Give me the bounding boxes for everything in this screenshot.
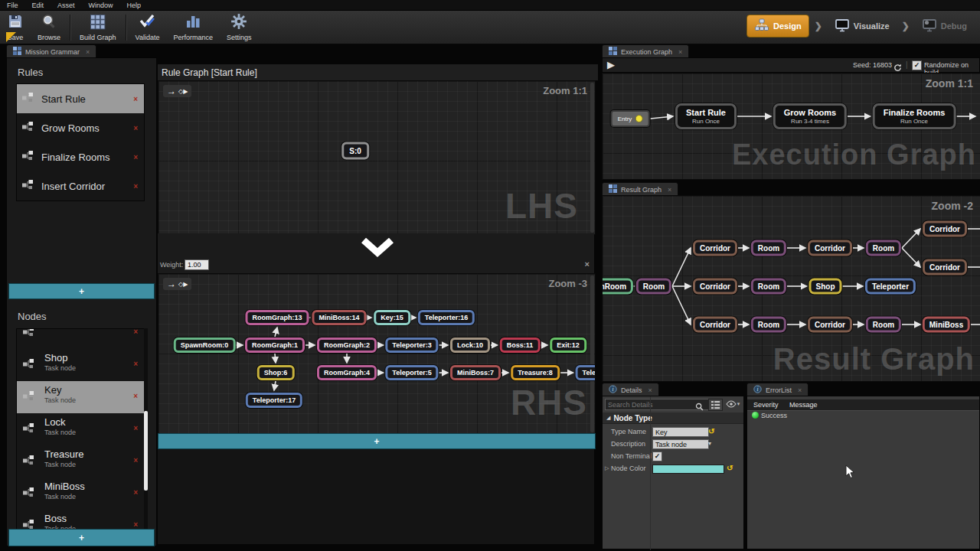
graph-node-corridor[interactable]: Corridor [808, 240, 852, 256]
delete-icon[interactable]: × [133, 520, 138, 529]
add-rule-button[interactable]: + [8, 283, 155, 299]
node-item-miniboss[interactable]: MiniBossTask node× [17, 478, 144, 510]
property-value-input[interactable] [652, 427, 709, 437]
graph-node-corridor[interactable]: Corridor [693, 240, 737, 256]
graph-node-room[interactable]: Room [751, 279, 786, 295]
graph-node-roomgraph-1[interactable]: RoomGraph:1 [245, 337, 305, 353]
toolbar-browse-button[interactable]: Browse [31, 11, 67, 44]
toolbar-performance-button[interactable]: Performance [166, 11, 220, 44]
menu-asset[interactable]: Asset [57, 2, 75, 9]
node-item-lock[interactable]: LockTask node× [17, 413, 144, 445]
node-item-key[interactable]: KeyTask node× [17, 381, 144, 413]
graph-node-teleporter-17[interactable]: Teleporter:17 [246, 393, 302, 408]
color-swatch[interactable] [652, 465, 724, 474]
delete-icon[interactable]: × [133, 360, 138, 368]
delete-icon[interactable]: × [133, 95, 138, 103]
column-severity[interactable]: Severity [753, 401, 779, 409]
close-icon[interactable]: × [86, 48, 90, 56]
add-node-button[interactable]: + [8, 529, 155, 546]
graph-node-spawnroom-0[interactable]: SpawnRoom:0 [174, 337, 236, 353]
close-icon[interactable]: × [668, 186, 671, 194]
graph-node-teleporter-3[interactable]: Teleporter:3 [385, 337, 438, 353]
graph-node-room[interactable]: Room [636, 279, 671, 295]
mode-design-button[interactable]: Design [746, 15, 809, 37]
graph-node-roomgraph-4[interactable]: RoomGraph:4 [317, 365, 377, 380]
randomize-checkbox[interactable]: ✓ [912, 60, 922, 70]
graph-node-room[interactable]: Room [866, 317, 901, 333]
property-value-input[interactable] [652, 439, 709, 449]
toolbar-validate-button[interactable]: Validate [129, 11, 167, 44]
node-type-section-header[interactable]: ◢ Node Type [603, 412, 743, 424]
graph-node-boss-11[interactable]: Boss:11 [500, 337, 541, 353]
delete-icon[interactable]: × [133, 488, 138, 497]
graph-node-wnroom[interactable]: wnRoom [602, 279, 633, 295]
add-rhs-button[interactable]: + [158, 433, 596, 449]
menu-file[interactable]: File [7, 2, 18, 9]
delete-icon[interactable]: × [133, 124, 138, 132]
nodes-scrollbar-thumb[interactable] [144, 411, 148, 491]
graph-node-corridor[interactable]: Corridor [923, 221, 967, 237]
graph-node-shop-6[interactable]: Shop:6 [257, 365, 295, 380]
graph-node-lock-10[interactable]: Lock:10 [450, 337, 490, 353]
graph-node-teleporter-5[interactable]: Teleporter:5 [385, 365, 438, 380]
graph-node-roomgraph-2[interactable]: RoomGraph:2 [317, 337, 377, 353]
node-item-shop[interactable]: ShopTask node× [17, 349, 144, 381]
close-icon[interactable]: × [678, 48, 682, 56]
graph-node-corridor[interactable]: Corridor [808, 317, 852, 333]
expander-icon[interactable]: ▷ [605, 465, 609, 471]
graph-node-key-15[interactable]: Key:15 [374, 310, 410, 325]
result-graph-canvas[interactable]: Zoom -2 Result Graph CorridorRoomCorrido… [602, 195, 980, 382]
node-item-partial[interactable]: Task node× [17, 328, 144, 349]
close-icon[interactable]: × [798, 386, 802, 394]
toolbar-build-graph-button[interactable]: Build Graph [73, 11, 123, 44]
graph-node-telep[interactable]: Telep [576, 365, 596, 380]
graph-node-exit-12[interactable]: Exit:12 [550, 337, 586, 353]
graph-node-room[interactable]: Room [751, 317, 786, 333]
rule-item-start-rule[interactable]: Start Rule× [17, 84, 144, 113]
graph-node-treasure-8[interactable]: Treasure:8 [511, 365, 560, 380]
mode-debug-button[interactable]: Debug [915, 16, 974, 36]
tab-result-graph[interactable]: Result Graph × [602, 182, 678, 196]
menu-help[interactable]: Help [127, 2, 142, 9]
property-checkbox[interactable]: ✓ [652, 452, 662, 461]
output-pin-icon[interactable] [635, 115, 642, 122]
menu-window[interactable]: Window [89, 2, 113, 9]
toolbar-settings-button[interactable]: Settings [220, 11, 259, 44]
rule-item-grow-rooms[interactable]: Grow Rooms× [17, 113, 144, 142]
list-view-button[interactable] [708, 399, 723, 411]
graph-node-room[interactable]: Room [751, 240, 786, 256]
tab-mission-grammar[interactable]: Mission Grammar × [6, 44, 96, 58]
graph-node-s-0[interactable]: S:0 [341, 142, 369, 160]
graph-node-corridor[interactable]: Corridor [693, 279, 737, 295]
delete-icon[interactable]: × [133, 424, 138, 432]
graph-node-corridor[interactable]: Corridor [693, 317, 737, 333]
graph-node-grow-rooms[interactable]: Grow RoomsRun 3-4 times [773, 103, 847, 129]
rhs-graph-canvas[interactable]: → ◇▶ Zoom -3 RHS RoomGraph:13MiniBoss:14… [158, 273, 596, 435]
column-message[interactable]: Message [789, 401, 818, 409]
rule-item-insert-corridor[interactable]: Insert Corridor× [17, 171, 144, 201]
graph-node-room[interactable]: Room [866, 240, 901, 256]
graph-node-shop[interactable]: Shop [809, 279, 842, 295]
delete-icon[interactable]: × [133, 153, 138, 161]
execution-graph-canvas[interactable]: Zoom 1:1 Execution Graph EntryStart Rule… [602, 73, 980, 180]
tab-errorlist[interactable]: i ErrorList × [746, 383, 808, 396]
graph-node-entry[interactable]: Entry [611, 110, 650, 127]
graph-node-miniboss-7[interactable]: MiniBoss:7 [450, 365, 501, 380]
reset-to-default-icon[interactable]: ↺ [708, 427, 714, 435]
node-item-treasure[interactable]: TreasureTask node× [17, 445, 144, 478]
delete-icon[interactable]: × [133, 392, 138, 400]
remove-rhs-icon[interactable]: × [585, 259, 590, 269]
graph-node-miniboss[interactable]: MiniBoss [923, 317, 970, 333]
tab-execution-graph[interactable]: Execution Graph × [602, 44, 689, 58]
node-item-boss[interactable]: BossTask node× [17, 510, 144, 530]
close-icon[interactable]: × [648, 386, 652, 394]
graph-node-finalize-rooms[interactable]: Finalize RoomsRun Once [873, 103, 956, 129]
reset-to-default-icon[interactable]: ↺ [727, 464, 733, 472]
graph-node-teleporter-16[interactable]: Teleporter:16 [418, 310, 475, 325]
rule-item-finalize-rooms[interactable]: Finalize Rooms× [17, 142, 144, 171]
lhs-graph-canvas[interactable]: → ◇▶ Zoom 1:1 LHS S:0 [158, 80, 596, 235]
menu-edit[interactable]: Edit [32, 2, 44, 9]
error-row[interactable]: Success [747, 410, 979, 421]
play-button[interactable]: ▶ [607, 59, 615, 70]
delete-icon[interactable]: × [133, 182, 138, 191]
